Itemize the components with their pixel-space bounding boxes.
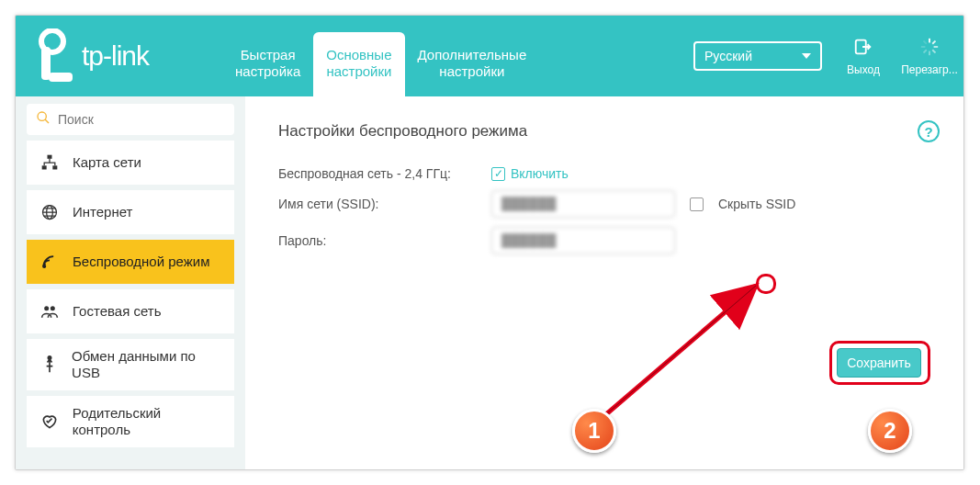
enable-checkbox[interactable]	[491, 167, 505, 181]
ssid-input[interactable]	[491, 190, 675, 218]
brand-logo: tp-link	[38, 16, 149, 96]
svg-rect-16	[52, 165, 57, 169]
sidebar-item-usb[interactable]: Обмен данными по USB	[27, 339, 234, 390]
svg-rect-10	[921, 46, 926, 48]
password-input[interactable]	[491, 227, 675, 254]
sidebar-item-network-map[interactable]: Карта сети	[27, 141, 234, 185]
annotation-callout-2: 2	[868, 409, 912, 453]
save-button[interactable]: Сохранить	[837, 348, 921, 378]
logout-button[interactable]: Выход	[839, 37, 888, 76]
heart-icon	[39, 412, 60, 432]
hide-ssid-label: Скрыть SSID	[718, 197, 795, 211]
usb-icon	[39, 355, 59, 375]
chevron-down-icon	[802, 53, 811, 59]
network-map-icon	[39, 152, 60, 173]
svg-rect-11	[923, 39, 928, 44]
row-band: Беспроводная сеть - 2,4 ГГц: Включить	[278, 166, 930, 181]
annotation-callout-1: 1	[572, 409, 616, 453]
svg-point-21	[51, 306, 55, 310]
logout-icon	[853, 37, 873, 60]
logout-label: Выход	[847, 63, 880, 76]
svg-rect-4	[929, 38, 930, 42]
top-tabs: Быстрая настройка Основные настройки Доп…	[222, 16, 539, 96]
globe-icon	[39, 202, 60, 222]
reboot-label: Перезагр...	[901, 63, 958, 76]
hide-ssid-checkbox[interactable]	[690, 197, 704, 211]
svg-rect-6	[934, 46, 939, 48]
sidebar-item-internet[interactable]: Интернет	[27, 190, 234, 234]
main-panel: ? Настройки беспроводного режима Беспров…	[245, 96, 963, 469]
enable-label: Включить	[511, 166, 569, 181]
svg-rect-2	[49, 73, 73, 82]
search-input[interactable]	[58, 112, 225, 127]
sidebar-item-guest[interactable]: Гостевая сеть	[27, 289, 234, 333]
logo-mark-icon	[38, 28, 76, 84]
svg-point-19	[43, 265, 46, 268]
page-title: Настройки беспроводного режима	[278, 122, 930, 141]
sidebar-item-label: Обмен данными по USB	[72, 348, 221, 381]
svg-point-12	[38, 112, 46, 120]
svg-rect-8	[929, 51, 930, 55]
search-box[interactable]	[27, 104, 234, 135]
sidebar-item-label: Родительский контроль	[73, 405, 221, 438]
reboot-button[interactable]: Перезагр...	[905, 37, 954, 76]
svg-point-20	[44, 306, 49, 310]
search-icon	[36, 110, 51, 129]
ssid-label: Имя сети (SSID):	[278, 197, 491, 211]
guest-icon	[39, 301, 60, 321]
row-password: Пароль:	[278, 227, 930, 254]
sidebar-item-parental[interactable]: Родительский контроль	[27, 396, 234, 447]
password-label: Пароль:	[278, 233, 491, 248]
sidebar-item-label: Интернет	[73, 204, 132, 220]
annotation-highlight-1	[756, 274, 776, 294]
wifi-icon	[39, 252, 60, 272]
tab-quick-setup[interactable]: Быстрая настройка	[222, 32, 313, 96]
band-label: Беспроводная сеть - 2,4 ГГц:	[278, 166, 491, 181]
tab-basic-settings[interactable]: Основные настройки	[313, 32, 404, 96]
svg-line-13	[45, 119, 49, 123]
language-value: Русский	[704, 49, 752, 63]
language-select[interactable]: Русский	[693, 41, 822, 71]
sidebar-item-label: Гостевая сеть	[73, 303, 161, 320]
sidebar-item-wireless[interactable]: Беспроводной режим	[27, 240, 234, 284]
tab-advanced-settings[interactable]: Дополнительные настройки	[405, 32, 540, 96]
loading-icon	[919, 37, 940, 60]
row-ssid: Имя сети (SSID): Скрыть SSID	[278, 190, 930, 218]
svg-rect-15	[42, 165, 47, 169]
sidebar-item-label: Карта сети	[73, 154, 141, 171]
svg-rect-5	[932, 39, 937, 44]
sidebar-item-label: Беспроводной режим	[73, 254, 209, 270]
help-button[interactable]: ?	[918, 120, 940, 142]
svg-point-22	[48, 356, 51, 359]
annotation-arrow	[591, 278, 774, 429]
svg-rect-14	[48, 155, 52, 159]
sidebar: Карта сети Интернет Беспроводной режим Г…	[16, 96, 245, 469]
brand-name: tp-link	[82, 40, 149, 72]
svg-rect-9	[923, 49, 928, 53]
svg-rect-7	[932, 49, 937, 53]
